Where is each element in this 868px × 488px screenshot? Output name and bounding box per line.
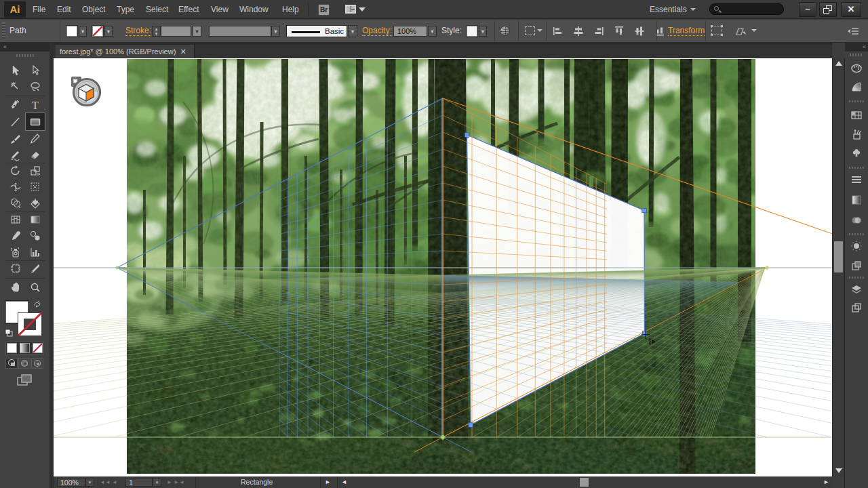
- svg-text:T: T: [32, 100, 39, 110]
